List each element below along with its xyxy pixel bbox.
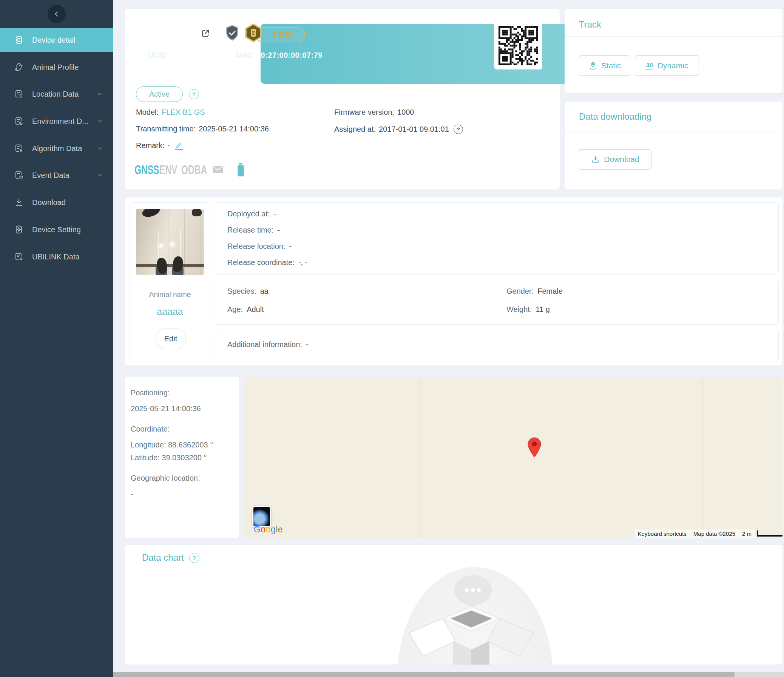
dynamic-track-button[interactable]: 3D Dynamic	[635, 56, 699, 76]
map-gridline	[244, 511, 782, 511]
animal-name-value[interactable]: aaaaa	[130, 306, 210, 317]
transmitting-row: Transmitting time: 2025-05-21 14:00:36	[136, 124, 269, 133]
geographic-location-value: -	[131, 490, 133, 498]
gnss-toggle[interactable]: GNSS	[134, 162, 147, 177]
chevron-down-icon	[97, 172, 103, 178]
sidebar-item-download[interactable]: Download	[0, 191, 113, 214]
sidebar-item-label: Algorithm Data	[32, 144, 82, 153]
share-icon	[201, 28, 210, 38]
data-chart-card: Data chart ?	[124, 545, 782, 665]
sidebar-item-label: Location Data	[32, 90, 79, 99]
sidebar-item-event-data[interactable]: Event Data	[0, 163, 113, 187]
env-toggle[interactable]: ENV	[159, 162, 170, 177]
mac-label: MAC	[236, 51, 252, 60]
envelope-icon	[210, 163, 226, 175]
traits-box: Species:aa Age:Adult Gender:Female Weigh…	[216, 280, 779, 325]
edit-remark-button[interactable]	[175, 141, 183, 150]
sidebar-item-location-data[interactable]: Location Data	[0, 82, 113, 106]
mac-value: c0:27:00:00:07:79	[257, 51, 322, 60]
assigned-row: Assigned at: 2017-01-01 09:01:01 ?	[334, 124, 463, 134]
sidebar-collapse-button[interactable]	[48, 5, 66, 23]
data-chart-title: Data chart	[142, 553, 184, 563]
animal-photo-panel: Animal name aaaaa Edit	[129, 202, 210, 361]
device-tracker-icon	[14, 35, 24, 45]
sidebar-item-label: Animal Profile	[32, 63, 79, 72]
sidebar-item-algorithm-data[interactable]: Algorithm Data	[0, 137, 113, 160]
pencil-icon	[175, 141, 183, 149]
sidebar-item-label: Event Data	[32, 171, 70, 180]
release-time-row: Release time:-	[227, 226, 280, 234]
qr-code[interactable]	[494, 22, 542, 70]
model-link[interactable]: FLEX B1 GS	[162, 108, 205, 116]
track-title: Track	[579, 19, 601, 30]
geographic-location-label: Geographic location:	[131, 474, 200, 483]
horizontal-scrollbar-thumb[interactable]	[113, 672, 734, 677]
device-setting-icon	[14, 225, 24, 234]
sidebar-item-ubilink-data[interactable]: UBILINK Data	[0, 245, 113, 269]
map-scale-bar	[757, 531, 782, 537]
deployed-at-row: Deployed at:-	[227, 210, 276, 218]
sidebar-item-environment-data[interactable]: Environment D...	[0, 110, 113, 133]
chevron-down-icon	[97, 91, 103, 97]
release-info-box: Deployed at:- Release time:- Release loc…	[216, 202, 779, 275]
divider	[136, 156, 548, 156]
google-logo[interactable]: Google	[254, 525, 283, 535]
release-location-row: Release location:-	[227, 242, 292, 251]
model-row: Model: FLEX B1 GS	[136, 108, 205, 116]
uuid-label: UUID	[148, 51, 166, 60]
status-help-icon[interactable]: ?	[189, 89, 199, 99]
positioning-label: Positioning:	[131, 388, 170, 397]
data-downloading-panel: Data downloading Download	[565, 102, 782, 189]
edit-animal-button[interactable]: Edit	[156, 328, 186, 349]
track-panel: Track Static 3D Dynamic	[565, 9, 782, 93]
uuid-value: 2700000779	[170, 51, 214, 60]
sidebar-item-animal-profile[interactable]: Animal Profile	[0, 56, 113, 79]
sidebar-item-device-setting[interactable]: Device Setting	[0, 218, 113, 241]
sidebar-item-label: Download	[32, 198, 66, 207]
species-row: Species:aa	[227, 287, 269, 296]
sensor-toggle-row: GNSS ENV ODBA	[134, 161, 246, 178]
odba-hexagon-icon	[243, 22, 264, 44]
download-data-button[interactable]: Download	[579, 149, 652, 169]
sidebar-item-device-detail[interactable]: Device detail	[0, 28, 113, 52]
environment-document-icon	[14, 116, 24, 126]
map-marker[interactable]	[527, 437, 541, 458]
remark-row: Remark: -	[136, 141, 183, 150]
sidebar-item-label: Environment D...	[32, 117, 89, 126]
device-id: 0779	[148, 20, 193, 42]
satellite-view-toggle[interactable]	[252, 506, 271, 527]
animal-photo	[136, 209, 204, 275]
data-downloading-title: Data downloading	[579, 112, 652, 122]
shield-badge-icon	[222, 23, 243, 43]
sidebar-item-label: Device Setting	[32, 225, 81, 234]
additional-info-row: Additional information:-	[227, 340, 308, 349]
firmware-row: Firmware version: 1000	[334, 108, 414, 116]
chevron-down-icon	[97, 118, 103, 124]
event-document-icon	[14, 170, 24, 180]
latitude-value: Latitude: 39.0303200 °	[131, 453, 207, 462]
age-row: Age:Adult	[227, 305, 264, 314]
static-track-button[interactable]: Static	[579, 56, 630, 76]
app-window: Device detail Animal Profile Location Da…	[0, 0, 784, 677]
keyboard-shortcuts-button[interactable]: Keyboard shortcuts	[635, 529, 690, 538]
map-gridline	[419, 377, 420, 538]
empty-state-illustration	[124, 545, 782, 665]
divider	[565, 36, 782, 37]
share-button[interactable]	[196, 23, 215, 43]
map-canvas[interactable]: Google Keyboard shortcuts Map data ©2025…	[244, 377, 782, 538]
sidebar: Device detail Animal Profile Location Da…	[0, 0, 113, 677]
longitude-value: Longitude: 88.6362003 °	[131, 441, 213, 449]
animal-info-card: Animal name aaaaa Edit Deployed at:- Rel…	[124, 197, 782, 365]
positioning-time: 2025-05-21 14:00:36	[131, 404, 201, 413]
coordinate-label: Coordinate:	[131, 425, 170, 433]
odba-toggle[interactable]: ODBA	[181, 162, 195, 177]
animal-name-caption: Animal name	[130, 290, 210, 299]
chart-help-icon[interactable]: ?	[189, 553, 199, 563]
assigned-help-icon[interactable]: ?	[454, 124, 463, 134]
device-identifiers: UUID 2700000779 | MAC c0:27:00:00:07:79	[148, 51, 322, 60]
positioning-panel: Positioning: 2025-05-21 14:00:36 Coordin…	[124, 377, 239, 538]
3d-icon: 3D	[646, 62, 654, 70]
map-footer: Keyboard shortcuts Map data ©2025 2 m	[635, 529, 782, 538]
map-data-attribution: Map data ©2025	[690, 529, 739, 538]
map-pin-icon	[588, 61, 597, 70]
